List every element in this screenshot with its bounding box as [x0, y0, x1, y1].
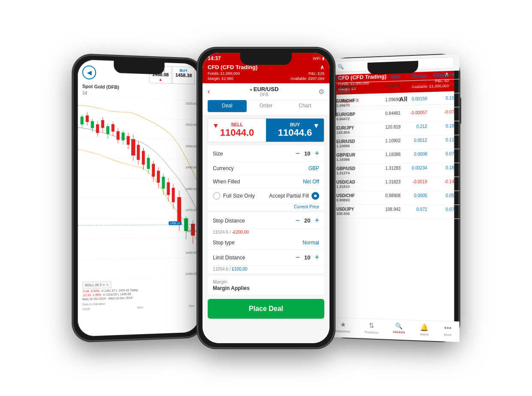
- market-row-7[interactable]: ● USD/CAD 1.31810 1.31823 -0.0019 -0.14: [333, 177, 454, 191]
- change-0: -0.00165: [401, 82, 427, 92]
- svg-rect-45: [167, 182, 170, 195]
- chart-bottom-info: BOLL 20 2 × × -5.84 -0.40% H 1461.87 L 1…: [78, 277, 199, 303]
- phone-chart: ◀ SELL 1458.08 ▲ BUY 1458.38 Spot Gold: [73, 54, 204, 342]
- size-minus-button[interactable]: −: [296, 149, 300, 158]
- deal-instrument-name: ● EUR/USD: [250, 86, 278, 92]
- stat1: -5.84 -0.40%: [82, 289, 100, 293]
- size-label: Size: [213, 151, 223, 157]
- chart-buy-price: 1458.38: [175, 73, 192, 78]
- stat3: -22.93 -1.55%: [82, 293, 101, 297]
- buy-arrow-icon: ▼: [313, 122, 320, 130]
- deal-distance-section: Stop Distance − 20 + 11024.6 / -£200.00: [208, 213, 324, 273]
- pair-name-0: ● AUD/USD 0.68339: [333, 84, 375, 94]
- bid-sub-8: 0.98893: [336, 198, 355, 202]
- pair-9: USD/JPY: [336, 207, 354, 212]
- chart-sell-price: 1458.08: [152, 72, 169, 77]
- change-pct-5: 0.07: [427, 151, 454, 161]
- limit-plus-button[interactable]: +: [314, 253, 319, 262]
- deal-settings-icon[interactable]: ⚙: [318, 88, 324, 96]
- bid-sub-1: 1.09670: [336, 103, 355, 108]
- phone-markets: 10:11 WiFi ▮ CFD (CFD Trading) ∧ Funds: …: [328, 54, 459, 342]
- when-filled-value: Net Off: [303, 179, 319, 185]
- offer-9: 108.942: [375, 207, 401, 216]
- limit-distance-value: 10: [304, 254, 310, 261]
- price-1510: 1510.00: [185, 123, 197, 127]
- offer-8: 0.98908: [375, 193, 401, 202]
- positions-icon: ⇅: [369, 321, 375, 329]
- markets-label: Markets: [393, 330, 405, 334]
- deal-cfd-funds: Funds: £1,000,004: [208, 71, 240, 76]
- offer-5: 1.18386: [375, 152, 401, 161]
- partial-fill-radio[interactable]: [311, 192, 319, 200]
- market-row-8[interactable]: ● USD/CHF 0.98893 0.98908 0.0005 0.05: [333, 191, 454, 205]
- market-row-3[interactable]: ● EUR/JPY 120.804 120.819 0.212 0.18: [333, 121, 454, 137]
- change-pct-9: 0.07: [427, 207, 454, 216]
- svg-rect-35: [142, 151, 145, 164]
- size-plus-button[interactable]: +: [314, 149, 319, 158]
- stop-plus-button[interactable]: +: [314, 216, 319, 225]
- deal-margin-section: Margin Margin Applies: [208, 276, 324, 295]
- stop-minus-button[interactable]: −: [296, 216, 300, 225]
- chart-area[interactable]: 1520.00 1510.00 1500.00 1490.00 1480.00 …: [78, 97, 199, 280]
- nav-watchlists[interactable]: ★ Watchlists: [336, 320, 351, 334]
- chart-current-price-tag: 1458.21: [169, 221, 181, 225]
- svg-line-8: [78, 257, 199, 259]
- stop-type-label: Stop type: [213, 240, 235, 246]
- change-7: -0.0019: [401, 180, 427, 189]
- svg-line-7: [78, 238, 199, 239]
- deal-arrow-icon: ↑: [266, 56, 268, 61]
- deal-sell-value: 11044.0: [212, 127, 263, 138]
- stop-distance-label: Stop Distance: [213, 218, 245, 224]
- deal-status-bar: 14:37 ↑ WiFi ▮: [203, 53, 329, 62]
- chart-sell-arrow: ▲: [158, 77, 163, 82]
- partial-fill-group: Accept Partial Fill: [269, 192, 319, 200]
- market-row-5[interactable]: ● GBP/EUR 1.18366 1.18386 0.0008 0.07: [333, 149, 454, 164]
- change-pct-7: -0.14: [427, 179, 454, 188]
- pair-name-1: ● EUR/CHF 1.09670: [333, 98, 375, 108]
- pair-name-6: ● GBP/USD 1.31274: [333, 166, 375, 175]
- chart-sell-box[interactable]: SELL 1458.08 ▲: [149, 66, 172, 84]
- market-row-4[interactable]: ● EUR/USD 1.10896 1.10902 0.0012 0.11: [333, 135, 454, 151]
- tab-chart[interactable]: Chart: [285, 100, 324, 112]
- place-deal-button[interactable]: Place Deal: [208, 299, 324, 319]
- nav-markets[interactable]: 🔍 Markets: [393, 322, 405, 335]
- full-size-radio[interactable]: [213, 192, 221, 200]
- deal-cfd-title: CFD (CFD Trading): [208, 64, 257, 70]
- market-row-6[interactable]: ● GBP/USD 1.31274 1.31283 0.00234 0.18: [333, 163, 454, 178]
- deal-cfd-close-icon[interactable]: ∧: [320, 64, 324, 70]
- offer-4: 1.10902: [375, 138, 401, 148]
- offer-2: 0.84481: [375, 111, 401, 120]
- offer-6: 1.31283: [375, 166, 401, 175]
- deal-buy-box[interactable]: BUY 11044.6 ▼: [266, 119, 324, 142]
- chart-back-button[interactable]: ◀: [82, 65, 96, 79]
- svg-rect-37: [147, 158, 150, 169]
- nav-more[interactable]: ••• More: [444, 324, 452, 336]
- wifi-icon: WiFi: [313, 56, 320, 61]
- market-row-9[interactable]: ● USD/JPY 108.935 108.942 0.072 0.07: [333, 205, 454, 219]
- date-dec: Dec: [189, 304, 195, 308]
- boll-indicator: BOLL 20 2 × ×: [82, 281, 112, 289]
- deal-sell-box[interactable]: ▼ SELL 11044.0: [208, 119, 266, 142]
- deal-back-button[interactable]: ‹: [208, 88, 210, 95]
- tab-deal[interactable]: Deal: [208, 100, 247, 112]
- deal-size-row: Size − 10 +: [208, 146, 324, 162]
- alerts-label: Alerts: [420, 332, 429, 337]
- change-2: -0.00057: [401, 110, 427, 120]
- svg-rect-15: [91, 121, 94, 128]
- stat5: Wed 16 Oct 2019 - Wed 18 Dec 2019: [82, 296, 133, 301]
- mkt-search-input[interactable]: 🔍: [333, 59, 454, 72]
- stop-distance-row: Stop Distance − 20 +: [208, 213, 324, 229]
- stop-distance-value: 20: [304, 217, 310, 224]
- full-size-group: Full Size Only: [213, 192, 255, 200]
- chart-buy-box[interactable]: BUY 1458.38: [172, 67, 195, 85]
- stop-pl: -£200.00: [232, 230, 249, 235]
- nav-alerts[interactable]: 🔔 Alerts: [420, 323, 429, 336]
- limit-distance-row: Limit Distance − 10 +: [208, 250, 324, 266]
- tab-order[interactable]: Order: [247, 100, 286, 112]
- limit-minus-button[interactable]: −: [296, 253, 300, 262]
- boll-close[interactable]: ×: [106, 283, 109, 286]
- pair-7: USD/CAD: [336, 180, 355, 185]
- pair-name-8: ● USD/CHF 0.98893: [333, 193, 375, 202]
- nav-positions[interactable]: ⇅ Positions: [365, 321, 378, 335]
- price-1460: 1460.00: [185, 229, 197, 233]
